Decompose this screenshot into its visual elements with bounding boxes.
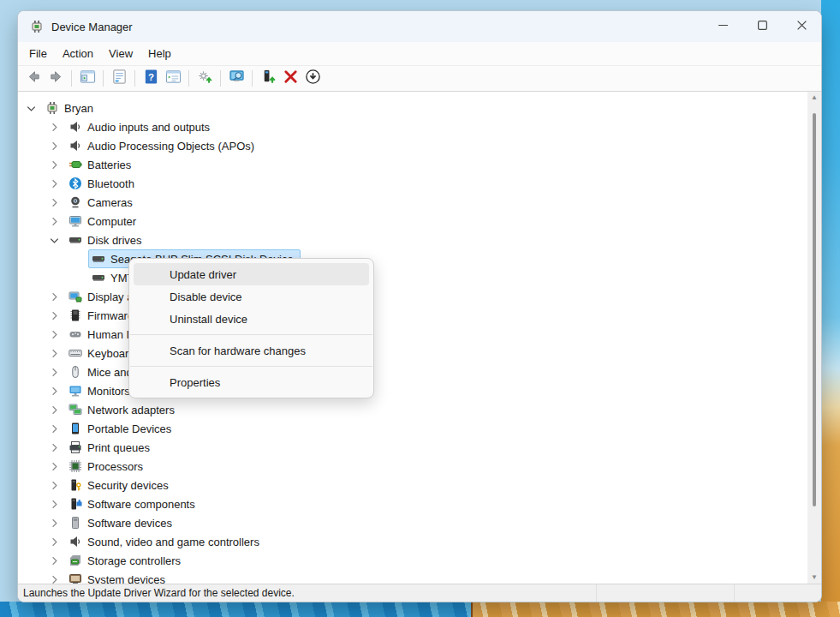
tree-item-content[interactable]: Storage controllers: [65, 551, 188, 570]
chevron-right-icon[interactable]: [48, 121, 61, 134]
show-hide-console-tree-button[interactable]: [76, 68, 98, 90]
context-menu-item-update-driver[interactable]: Update driver: [134, 263, 369, 285]
tree-item-network-adapters[interactable]: Network adapters: [18, 400, 807, 419]
menu-action[interactable]: Action: [55, 45, 101, 63]
tree-item-audio-processing-objects-apos[interactable]: Audio Processing Objects (APOs): [18, 136, 807, 155]
chevron-right-icon[interactable]: [48, 554, 61, 567]
tree-item-processors[interactable]: Processors: [18, 457, 807, 476]
tree-item-content[interactable]: Security devices: [65, 476, 176, 494]
tree-item-software-devices[interactable]: Software devices: [18, 513, 807, 532]
tree-item-security-devices[interactable]: Security devices: [18, 476, 807, 494]
menu-help[interactable]: Help: [140, 45, 179, 63]
disable-device-button[interactable]: [301, 68, 324, 90]
tree-item-computer[interactable]: Computer: [18, 212, 807, 231]
tree-item-content[interactable]: Computer: [65, 212, 143, 231]
tree-item-content[interactable]: Sound, video and game controllers: [65, 532, 266, 551]
forward-button[interactable]: [45, 68, 67, 90]
properties-list-button[interactable]: [108, 68, 130, 90]
chevron-right-icon[interactable]: [48, 347, 61, 360]
chevron-right-icon[interactable]: [48, 309, 61, 322]
vertical-scrollbar[interactable]: ▲ ▼: [807, 92, 821, 584]
list-window-icon: [165, 69, 182, 88]
monitor-icon: [69, 384, 82, 398]
tree-item-content[interactable]: Processors: [65, 457, 150, 476]
chevron-right-icon[interactable]: [48, 536, 61, 548]
menu-file[interactable]: File: [21, 45, 55, 63]
chevron-down-icon[interactable]: [25, 102, 38, 115]
tree-item-content[interactable]: Audio Processing Objects (APOs): [65, 136, 261, 155]
close-icon: [796, 19, 807, 34]
tree-item-content[interactable]: Software components: [65, 494, 202, 513]
tree-item-software-components[interactable]: Software components: [18, 494, 807, 513]
chevron-right-icon[interactable]: [48, 385, 61, 398]
update-driver-button[interactable]: [257, 68, 279, 90]
sound-icon: [69, 535, 82, 548]
chevron-right-icon[interactable]: [48, 177, 61, 190]
tree-item-content[interactable]: Network adapters: [65, 400, 182, 419]
minimize-button[interactable]: [703, 11, 742, 42]
tree-item-bryan[interactable]: Bryan: [18, 99, 807, 117]
tree-item-content[interactable]: Batteries: [65, 155, 138, 174]
tree-item-disk-drives[interactable]: Disk drives: [18, 231, 807, 249]
search-computer-button[interactable]: [225, 68, 247, 90]
scrollbar-up-icon[interactable]: ▲: [811, 94, 818, 101]
scan-for-hardware-changes-button[interactable]: [194, 68, 216, 90]
tree-item-cameras[interactable]: Cameras: [18, 193, 807, 212]
tree-item-content[interactable]: Monitors: [65, 381, 137, 400]
standard-view-button[interactable]: [162, 68, 184, 90]
chevron-right-icon[interactable]: [48, 291, 61, 303]
chevron-right-icon[interactable]: [48, 140, 61, 153]
menu-view[interactable]: View: [101, 45, 140, 63]
chevron-right-icon[interactable]: [48, 517, 61, 530]
context-menu-item-scan-for-hardware-changes[interactable]: Scan for hardware changes: [134, 339, 369, 362]
scrollbar-down-icon[interactable]: ▼: [811, 574, 818, 581]
uninstall-device-button[interactable]: [279, 68, 301, 90]
tree-item-portable-devices[interactable]: Portable Devices: [18, 419, 807, 438]
tree-item-content[interactable]: Print queues: [65, 438, 157, 457]
chevron-right-icon[interactable]: [48, 196, 61, 209]
storage-icon: [69, 554, 82, 567]
tree-item-content[interactable]: Cameras: [65, 193, 140, 212]
tree-item-storage-controllers[interactable]: Storage controllers: [18, 551, 807, 570]
chevron-right-icon[interactable]: [48, 573, 61, 584]
tree-item-content[interactable]: System devices: [65, 570, 172, 584]
chevron-right-icon[interactable]: [48, 404, 61, 416]
context-menu-separator: [130, 366, 372, 367]
back-button[interactable]: [22, 68, 45, 90]
software-component-icon: [69, 497, 82, 511]
back-icon: [26, 69, 42, 88]
keyboard-icon: [69, 346, 82, 360]
menu-bar: FileActionViewHelp: [18, 42, 821, 66]
chevron-right-icon[interactable]: [48, 441, 61, 454]
chevron-right-icon[interactable]: [48, 422, 61, 435]
tree-item-audio-inputs-and-outputs[interactable]: Audio inputs and outputs: [18, 117, 807, 136]
tree-item-print-queues[interactable]: Print queues: [18, 438, 807, 457]
bluetooth-icon: [69, 177, 82, 190]
context-menu-item-disable-device[interactable]: Disable device: [134, 285, 369, 308]
chevron-down-icon[interactable]: [48, 234, 61, 247]
close-button[interactable]: [782, 11, 821, 42]
context-menu-item-properties[interactable]: Properties: [134, 371, 369, 393]
tree-item-system-devices[interactable]: System devices: [18, 570, 807, 584]
tree-item-content[interactable]: Software devices: [65, 513, 179, 532]
scrollbar-thumb[interactable]: [813, 113, 816, 506]
help-button[interactable]: ?: [140, 68, 162, 90]
chevron-right-icon[interactable]: [48, 460, 61, 473]
tree-item-content[interactable]: Audio inputs and outputs: [65, 117, 217, 136]
tree-item-content[interactable]: Bryan: [42, 99, 100, 117]
chevron-right-icon[interactable]: [48, 215, 61, 228]
chevron-right-icon[interactable]: [48, 328, 61, 341]
tree-item-batteries[interactable]: Batteries: [18, 155, 807, 174]
chevron-right-icon[interactable]: [48, 498, 61, 511]
tree-item-content[interactable]: Portable Devices: [65, 419, 178, 438]
chevron-right-icon[interactable]: [48, 366, 61, 379]
tree-item-sound-video-and-game-controllers[interactable]: Sound, video and game controllers: [18, 532, 807, 551]
tree-item-content[interactable]: Bluetooth: [65, 174, 141, 193]
chevron-right-icon[interactable]: [48, 159, 61, 171]
tree-item-content[interactable]: Disk drives: [65, 231, 149, 249]
context-menu-item-uninstall-device[interactable]: Uninstall device: [134, 308, 369, 330]
maximize-button[interactable]: [742, 11, 782, 42]
tree-item-bluetooth[interactable]: Bluetooth: [18, 174, 807, 193]
chevron-right-icon[interactable]: [48, 479, 61, 492]
tree-item-label: Bluetooth: [87, 177, 134, 190]
